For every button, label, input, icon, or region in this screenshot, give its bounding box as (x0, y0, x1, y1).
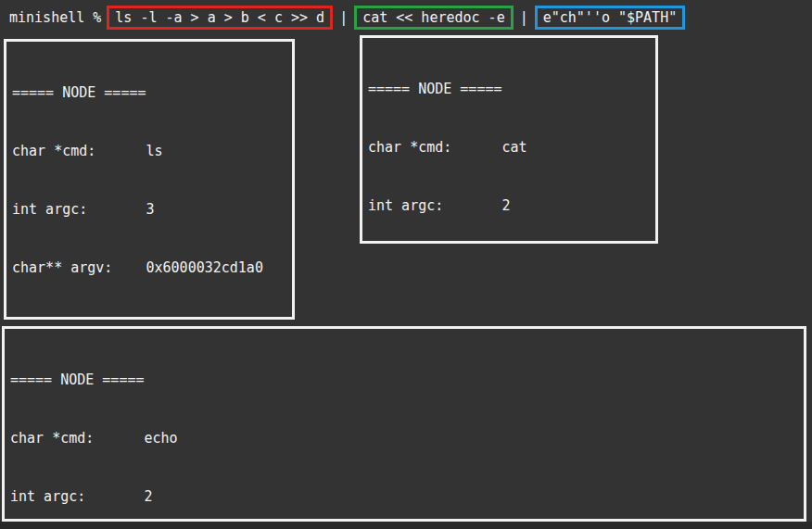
command-segment-ls: ls -l -a > a > b < c >> d (107, 6, 333, 30)
node-line: int argc: 2 (368, 196, 650, 216)
node-line: int argc: 3 (12, 200, 286, 220)
node-line: -> [ls] (12, 317, 286, 320)
window-bottom-edge (0, 522, 812, 529)
node-line: int argc: 2 (10, 487, 798, 507)
node-card-echo: ===== NODE ===== char *cmd: echo int arg… (2, 326, 806, 522)
node-card-ls: ===== NODE ===== char *cmd: ls int argc:… (4, 39, 295, 320)
node-header: ===== NODE ===== (12, 83, 286, 103)
pipe-separator: | (520, 9, 528, 26)
node-card-cat: ===== NODE ===== char *cmd: cat int argc… (360, 35, 658, 244)
node-line: char *cmd: ls (12, 142, 286, 161)
node-header: ===== NODE ===== (368, 80, 650, 99)
node-line: char *cmd: echo (10, 429, 798, 448)
command-segment-cat: cat << heredoc -e (354, 6, 514, 30)
command-line[interactable]: minishell % ls -l -a > a > b < c >> d | … (9, 3, 685, 31)
command-segment-echo: e"ch"''o "$PATH" (535, 6, 686, 30)
shell-prompt: minishell % (9, 9, 101, 26)
node-line: char** argv: 0x6000032cd1a0 (12, 258, 286, 278)
pipe-separator: | (339, 9, 348, 26)
node-line: char *cmd: cat (368, 138, 650, 157)
node-header: ===== NODE ===== (10, 371, 798, 390)
